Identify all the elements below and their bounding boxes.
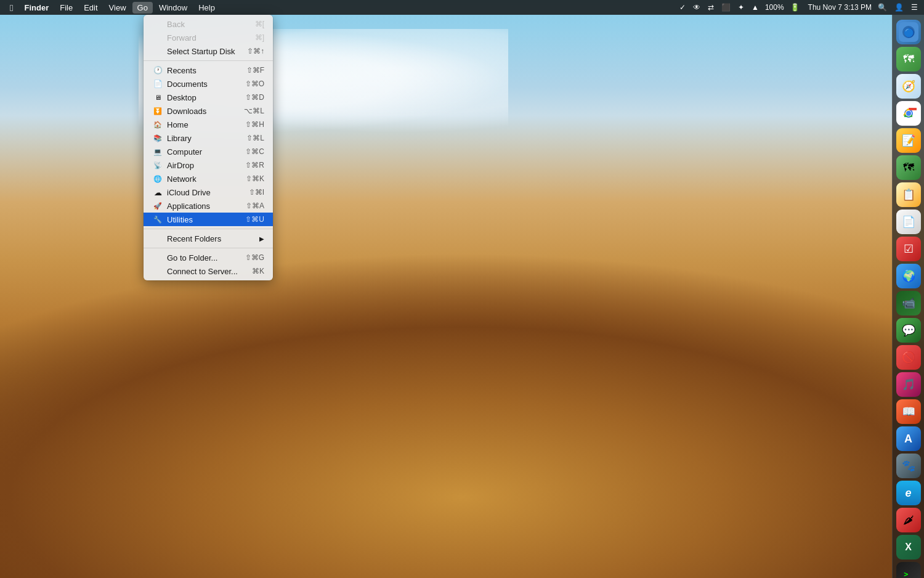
recent-folders-icon — [152, 234, 163, 243]
apple-menu[interactable]:  — [5, 1, 18, 14]
menu-recents[interactable]: Recents ⇧⌘F — [144, 63, 273, 77]
downloads-icon — [152, 106, 163, 116]
airdrop-icon[interactable]: ⇄ — [707, 3, 715, 12]
home-icon — [152, 120, 163, 129]
dock-edge[interactable]: e — [896, 481, 921, 505]
datetime-display: Thu Nov 7 3:13 PM — [808, 3, 872, 12]
eye-icon[interactable]: 👁 — [692, 3, 702, 12]
connect-server-icon — [152, 266, 163, 276]
menu-icloud[interactable]: iCloud Drive ⇧⌘I — [144, 185, 273, 199]
bluetooth-icon[interactable]: ✦ — [737, 3, 745, 12]
computer-icon — [152, 147, 163, 157]
dock-stickies[interactable]: 📝 — [896, 128, 921, 153]
menu-startup-disk[interactable]: Select Startup Disk ⇧⌘↑ — [144, 44, 273, 58]
utilities-icon — [152, 214, 163, 224]
airdrop-menu-icon — [152, 160, 163, 170]
dock-finder[interactable]: 🔵 — [896, 20, 921, 44]
divider-3 — [144, 248, 273, 248]
wifi-icon[interactable]: ▲ — [750, 3, 760, 12]
window-menu-item[interactable]: Window — [154, 2, 192, 14]
network-icon — [152, 174, 163, 184]
battery-display: 100% — [765, 3, 784, 12]
help-menu-item[interactable]: Help — [193, 2, 220, 14]
menubar:  Finder File Edit View Go Window Help ✓… — [0, 0, 924, 15]
dock-maps2[interactable]: 🗺 — [896, 155, 921, 180]
dock-books[interactable]: 📖 — [896, 399, 921, 424]
menu-connect-server[interactable]: Connect to Server... ⌘K — [144, 264, 273, 278]
menu-applications[interactable]: Applications ⇧⌘A — [144, 199, 273, 213]
submenu-arrow: ▶ — [259, 235, 264, 242]
dock-terminal[interactable]: >_ — [896, 562, 921, 578]
dock-excel[interactable]: X — [896, 535, 921, 560]
battery-icon: 🔋 — [789, 3, 801, 12]
dock-maps[interactable]: 🗺 — [896, 47, 921, 71]
menu-recent-folders[interactable]: Recent Folders ▶ — [144, 232, 273, 245]
finder-menu-item[interactable]: Finder — [19, 2, 54, 14]
recents-icon — [152, 65, 163, 75]
menubar-left:  Finder File Edit View Go Window Help — [5, 1, 220, 14]
menu-forward[interactable]: Forward ⌘] — [144, 31, 273, 44]
menu-goto-folder[interactable]: Go to Folder... ⇧⌘G — [144, 251, 273, 264]
goto-folder-icon — [152, 253, 163, 263]
documents-icon — [152, 79, 163, 89]
view-menu-item[interactable]: View — [104, 2, 131, 14]
dock-music[interactable]: 🎵 — [896, 372, 921, 397]
menubar-right: ✓ 👁 ⇄ ⬛ ✦ ▲ 100% 🔋 Thu Nov 7 3:13 PM 🔍 👤… — [678, 3, 919, 12]
dock-maps3[interactable]: 🌍 — [896, 264, 921, 288]
svg-text:🔵: 🔵 — [904, 28, 915, 38]
dock-textedit[interactable]: 📄 — [896, 210, 921, 234]
dock-notes[interactable]: 📋 — [896, 182, 921, 207]
menu-documents[interactable]: Documents ⇧⌘O — [144, 77, 273, 91]
user-icon[interactable]: 👤 — [893, 3, 905, 12]
search-icon[interactable]: 🔍 — [877, 3, 888, 12]
menu-downloads[interactable]: Downloads ⌥⌘L — [144, 104, 273, 118]
divider-1 — [144, 60, 273, 61]
desktop — [0, 0, 924, 578]
back-icon — [152, 19, 163, 29]
dock-paw[interactable]: 🐾 — [896, 454, 921, 478]
menu-network[interactable]: Network ⇧⌘K — [144, 172, 273, 185]
dock-appstore[interactable]: A — [896, 426, 921, 451]
airplay-icon[interactable]: ⬛ — [720, 3, 732, 12]
forward-icon — [152, 33, 163, 43]
menu-home[interactable]: Home ⇧⌘H — [144, 118, 273, 131]
dock-safari[interactable]: 🧭 — [896, 74, 921, 99]
dock: 🔵 🗺 🧭 📝 🗺 📋 📄 ☑ 🌍 📹 💬 🚫 🎵 📖 A 🐾 e 🌶 X >_… — [892, 15, 924, 578]
desktop-icon — [152, 92, 163, 102]
divider-2 — [144, 229, 273, 229]
menu-desktop[interactable]: Desktop ⇧⌘D — [144, 91, 273, 104]
dock-messages[interactable]: 💬 — [896, 318, 921, 343]
svg-point-6 — [906, 111, 911, 116]
startup-disk-icon — [152, 46, 163, 56]
dock-paprika[interactable]: 🌶 — [896, 508, 921, 532]
dock-block[interactable]: 🚫 — [896, 345, 921, 370]
menu-utilities[interactable]: Utilities ⇧⌘U — [144, 213, 273, 226]
menu-library[interactable]: Library ⇧⌘L — [144, 131, 273, 145]
file-menu-item[interactable]: File — [55, 2, 78, 14]
edit-menu-item[interactable]: Edit — [79, 2, 102, 14]
library-icon — [152, 133, 163, 143]
go-menu-item[interactable]: Go — [132, 2, 153, 14]
dock-reminders[interactable]: ☑ — [896, 237, 921, 261]
icloud-icon — [152, 187, 163, 197]
task-complete-icon[interactable]: ✓ — [678, 3, 687, 12]
dock-facetime[interactable]: 📹 — [896, 291, 921, 315]
list-icon[interactable]: ☰ — [910, 3, 919, 12]
menu-computer[interactable]: Computer ⇧⌘C — [144, 145, 273, 158]
menu-airdrop[interactable]: AirDrop ⇧⌘R — [144, 158, 273, 172]
menu-back[interactable]: Back ⌘[ — [144, 17, 273, 31]
applications-icon — [152, 201, 163, 211]
go-menu-dropdown: Back ⌘[ Forward ⌘] Select Startup Disk ⇧… — [144, 15, 273, 280]
dock-chrome[interactable] — [896, 101, 921, 126]
